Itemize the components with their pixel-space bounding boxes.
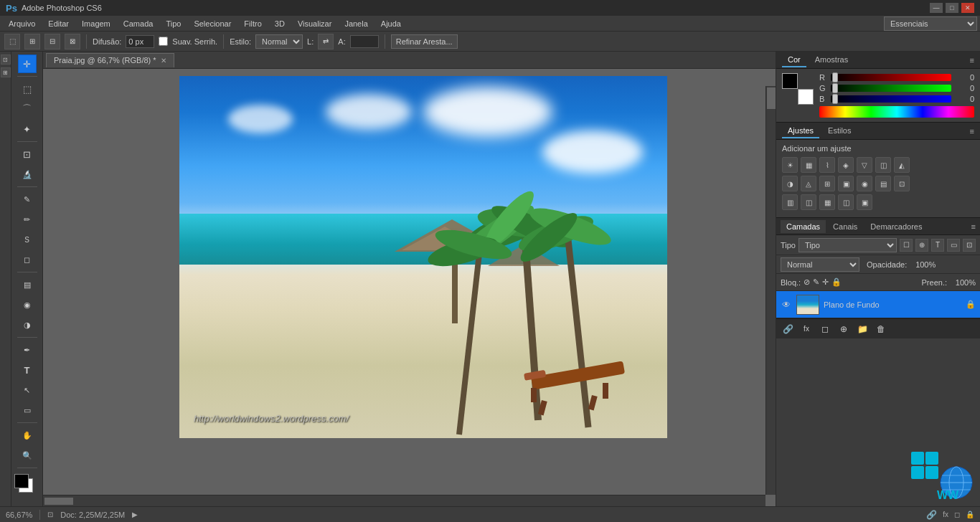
adj-extra2[interactable]: ◫ [838, 194, 854, 210]
add-adjustment-btn[interactable]: ⊕ [837, 322, 851, 336]
document-tab[interactable]: Praia.jpg @ 66,7% (RGB/8) * ✕ [46, 53, 174, 67]
tool-lasso[interactable]: ⌒ [18, 100, 37, 118]
layer-filter-btn3[interactable]: T [931, 239, 944, 252]
layer-type-select[interactable]: Tipo [798, 238, 897, 252]
tool-blur[interactable]: ◉ [18, 295, 37, 314]
status-arrow[interactable]: ▶ [132, 511, 138, 518]
adj-brightness[interactable]: ☀ [782, 157, 798, 173]
status-mask-icon[interactable]: ◻ [954, 511, 960, 518]
tool-spot-heal[interactable]: ✎ [18, 190, 37, 209]
status-lock-icon[interactable]: 🔒 [966, 511, 974, 518]
layer-item-background[interactable]: 👁 Plano de Fundo 🔒 [776, 291, 980, 318]
layer-effects-btn[interactable]: fx [799, 322, 814, 336]
add-mask-btn[interactable]: ◻ [818, 322, 832, 336]
adj-extra3[interactable]: ▣ [857, 194, 872, 210]
color-spectrum[interactable] [819, 106, 974, 118]
tab-amostras[interactable]: Amostras [809, 53, 854, 67]
adj-channel-mixer[interactable]: ⊞ [819, 176, 835, 191]
tool-move[interactable]: ✛ [18, 54, 37, 73]
tool-magic-wand[interactable]: ✦ [18, 120, 37, 138]
tool-path-select[interactable]: ↖ [18, 381, 37, 399]
adj-panel-menu[interactable]: ≡ [970, 127, 974, 136]
intersect-selection-btn[interactable]: ⊠ [65, 34, 80, 49]
workspace-select[interactable]: Essenciais [884, 16, 977, 31]
tool-gradient[interactable]: ▤ [18, 275, 37, 294]
status-link-icon[interactable]: 🔗 [926, 510, 937, 520]
antialias-checkbox[interactable] [159, 37, 168, 46]
tab-cor[interactable]: Cor [782, 53, 806, 67]
menu-imagem[interactable]: Imagem [76, 18, 116, 29]
tool-eyedropper[interactable]: 🔬 [18, 165, 37, 184]
lock-transparent-icon[interactable]: ⊘ [804, 277, 810, 287]
lock-all-icon[interactable]: 🔒 [831, 277, 842, 287]
diffusion-input[interactable] [126, 35, 154, 48]
layer-filter-btn1[interactable]: ☐ [900, 239, 913, 252]
adj-selective-color[interactable]: ◫ [801, 194, 816, 210]
layer-filter-btn5[interactable]: ⊡ [963, 239, 976, 252]
lock-paint-icon[interactable]: ✎ [813, 277, 819, 287]
adj-exposure[interactable]: ◈ [838, 157, 854, 173]
menu-visualizar[interactable]: Visualizar [292, 18, 338, 29]
layer-filter-btn2[interactable]: ⊕ [915, 239, 928, 252]
maximize-button[interactable]: □ [946, 3, 958, 13]
new-selection-btn[interactable]: ⬚ [4, 34, 20, 49]
r-slider[interactable] [831, 74, 951, 81]
menu-3d[interactable]: 3D [269, 18, 291, 29]
tool-option-2[interactable]: ⊞ [1, 67, 11, 77]
adj-posterize[interactable]: ▤ [875, 176, 891, 191]
fill-value[interactable]: 100% [950, 278, 976, 287]
style-select[interactable]: Normal [255, 34, 303, 49]
tool-option-1[interactable]: ⊡ [1, 54, 11, 65]
opacity-value[interactable]: 100% [910, 260, 936, 269]
delete-layer-btn[interactable]: 🗑 [874, 322, 888, 336]
menu-camada[interactable]: Camada [118, 18, 159, 29]
v-scroll-thumb[interactable] [767, 87, 776, 109]
tab-close-button[interactable]: ✕ [161, 57, 166, 65]
tool-type[interactable]: T [18, 361, 37, 379]
adj-photo-filter[interactable]: ◬ [801, 176, 816, 191]
adj-threshold[interactable]: ⊡ [894, 176, 910, 191]
v-scrollbar[interactable] [765, 86, 776, 495]
tab-estilos[interactable]: Estilos [822, 124, 857, 138]
status-icon[interactable]: ⊡ [47, 511, 53, 518]
menu-filtro[interactable]: Filtro [238, 18, 267, 29]
new-group-btn[interactable]: 📁 [855, 322, 870, 336]
close-button[interactable]: ✕ [961, 3, 974, 13]
subtract-selection-btn[interactable]: ⊟ [44, 34, 60, 49]
b-slider[interactable] [831, 95, 951, 103]
add-selection-btn[interactable]: ⊞ [24, 34, 40, 49]
adj-hsl[interactable]: ◫ [875, 157, 891, 173]
status-fx-icon[interactable]: fx [943, 511, 948, 518]
tool-crop[interactable]: ⊡ [18, 145, 37, 163]
tool-dodge[interactable]: ◑ [18, 315, 37, 334]
layer-filter-btn4[interactable]: ▭ [947, 239, 960, 252]
tool-brush[interactable]: ✏ [18, 210, 37, 229]
h-scrollbar[interactable] [43, 495, 765, 506]
fg-color-box[interactable] [782, 73, 798, 89]
menu-janela[interactable]: Janela [339, 18, 373, 29]
blend-mode-select[interactable]: Normal [781, 257, 859, 272]
refine-edge-button[interactable]: Refinar Aresta... [391, 34, 458, 49]
menu-arquivo[interactable]: Arquivo [3, 18, 41, 29]
adj-gradient-map[interactable]: ▥ [782, 194, 798, 210]
tab-ajustes[interactable]: Ajustes [782, 124, 819, 138]
a-input[interactable] [350, 35, 379, 48]
swap-btn[interactable]: ⇄ [318, 34, 334, 49]
link-layers-btn[interactable]: 🔗 [781, 322, 795, 336]
g-slider[interactable] [831, 85, 951, 92]
tool-hand[interactable]: ✋ [18, 426, 37, 445]
adj-levels[interactable]: ▦ [801, 157, 816, 173]
tab-demarcadores[interactable]: Demarcadores [864, 220, 928, 233]
fg-color-swatch[interactable] [14, 474, 29, 488]
h-scroll-thumb[interactable] [44, 498, 73, 505]
minimize-button[interactable]: — [930, 3, 943, 13]
adj-vibrance[interactable]: ▽ [857, 157, 872, 173]
layer-visibility-toggle[interactable]: 👁 [781, 299, 792, 310]
tool-clone[interactable]: S [18, 230, 37, 249]
adj-curves[interactable]: ⌇ [819, 157, 835, 173]
tab-camadas[interactable]: Camadas [781, 220, 826, 233]
canvas-scroll-area[interactable]: http://worldwindows2.wordpress.com/ [43, 69, 776, 506]
window-controls[interactable]: — □ ✕ [930, 3, 974, 13]
tool-rect-select[interactable]: ⬚ [18, 80, 37, 98]
menu-tipo[interactable]: Tipo [160, 18, 187, 29]
